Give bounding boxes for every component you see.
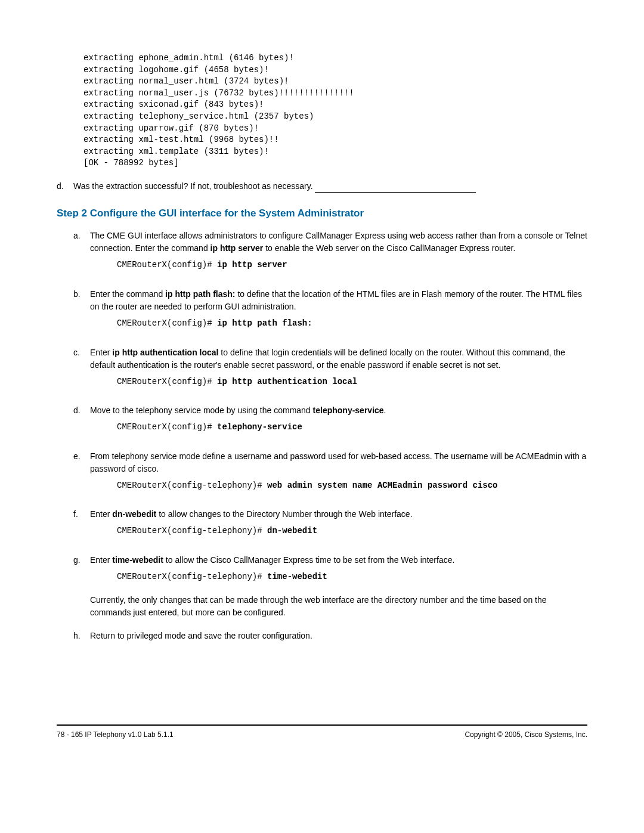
step2-h: h. Return to privileged mode and save th…: [73, 630, 587, 647]
step2-f: f. Enter dn-webedit to allow changes to …: [73, 508, 587, 548]
step2-g-code-prefix: CMERouterX(config-telephony)#: [117, 572, 267, 581]
step2-b-code-bold: ip http path flash:: [217, 318, 312, 328]
step2-f-content: Enter dn-webedit to allow changes to the…: [90, 508, 587, 548]
step2-a-bold1: ip http server: [210, 243, 264, 253]
extract-line-6: extracting uparrow.gif (870 bytes)!: [83, 123, 259, 133]
step2-c-code-prefix: CMERouterX(config)#: [117, 377, 217, 386]
step2-f-letter: f.: [73, 508, 90, 548]
extract-line-0: extracting ephone_admin.html (6146 bytes…: [83, 53, 294, 63]
footer-right: Copyright © 2005, Cisco Systems, Inc.: [465, 729, 587, 740]
step2-f-text1: Enter: [90, 509, 112, 519]
step2-g: g. Enter time-webedit to allow the Cisco…: [73, 554, 587, 624]
step2-heading: Step 2 Configure the GUI interface for t…: [57, 206, 587, 221]
step2-b: b. Enter the command ip http path flash:…: [73, 288, 587, 340]
step2-d-content: Move to the telephony service mode by us…: [90, 404, 587, 444]
step2-c-bold1: ip http authentication local: [112, 348, 218, 357]
step2-a-code-prefix: CMERouterX(config)#: [117, 260, 217, 270]
page-footer: 78 - 165 IP Telephony v1.0 Lab 5.1.1 Cop…: [57, 724, 587, 740]
step2-g-letter: g.: [73, 554, 90, 624]
step2-e: e. From telephony service mode define a …: [73, 450, 587, 503]
step2-b-text1: Enter the command: [90, 289, 165, 299]
step2-e-code-bold: web admin system name ACMEadmin password…: [267, 481, 497, 490]
step2-g-bold1: time-webedit: [112, 555, 163, 565]
step2-g-text2: to allow the Cisco CallManager Express t…: [163, 555, 454, 565]
step2-f-text2: to allow changes to the Directory Number…: [156, 509, 412, 519]
item-d1: d. Was the extraction successful? If not…: [57, 180, 587, 193]
extract-line-4: extracting sxiconad.gif (843 bytes)!: [83, 100, 264, 109]
answer-blank: [315, 192, 476, 193]
step2-c-text1: Enter: [90, 348, 112, 357]
item-d1-content: Was the extraction successful? If not, t…: [73, 180, 587, 193]
step2-c: c. Enter ip http authentication local to…: [73, 346, 587, 399]
extract-line-1: extracting logohome.gif (4658 bytes)!: [83, 65, 269, 75]
step2-d: d. Move to the telephony service mode by…: [73, 404, 587, 444]
step2-d-text1: Move to the telephony service mode by us…: [90, 405, 313, 415]
extract-line-8: extracting xml.template (3311 bytes)!: [83, 147, 269, 156]
item-d1-letter: d.: [57, 180, 73, 193]
step2-c-content: Enter ip http authentication local to de…: [90, 346, 587, 399]
step2-a-text2: to enable the Web server on the Cisco Ca…: [263, 243, 515, 253]
step2-g-text1: Enter: [90, 555, 112, 565]
step2-g-post: Currently, the only changes that can be …: [90, 594, 587, 619]
extract-line-3: extracting normal_user.js (76732 bytes)!…: [83, 88, 354, 98]
step2-g-content: Enter time-webedit to allow the Cisco Ca…: [90, 554, 587, 624]
step2-g-code-bold: time-webedit: [267, 572, 327, 581]
step2-a-letter: a.: [73, 230, 90, 282]
step2-f-bold1: dn-webedit: [112, 509, 156, 519]
step2-e-code-prefix: CMERouterX(config-telephony)#: [117, 481, 267, 490]
step2-h-letter: h.: [73, 630, 90, 647]
step2-e-text1: From telephony service mode define a use…: [90, 451, 586, 473]
step2-f-code-bold: dn-webedit: [267, 526, 317, 535]
step2-f-code-prefix: CMERouterX(config-telephony)#: [117, 526, 267, 535]
step2-d-code-prefix: CMERouterX(config)#: [117, 422, 217, 432]
extract-line-5: extracting telephony_service.html (2357 …: [83, 112, 314, 121]
step2-b-bold1: ip http path flash:: [165, 289, 235, 299]
extract-line-2: extracting normal_user.html (3724 bytes)…: [83, 76, 289, 86]
step2-a-code-bold: ip http server: [217, 260, 287, 270]
step2-a-content: The CME GUI interface allows administrat…: [90, 230, 587, 282]
step2-d-text2: .: [384, 405, 386, 415]
step2-c-code-bold: ip http authentication local: [217, 377, 357, 386]
extract-line-7: extracting xml-test.html (9968 bytes)!!: [83, 135, 279, 144]
step2-d-letter: d.: [73, 404, 90, 444]
step2-a: a. The CME GUI interface allows administ…: [73, 230, 587, 282]
extraction-output: extracting ephone_admin.html (6146 bytes…: [83, 52, 587, 169]
step2-h-text1: Return to privileged mode and save the r…: [90, 631, 312, 640]
step2-b-content: Enter the command ip http path flash: to…: [90, 288, 587, 340]
step2-c-letter: c.: [73, 346, 90, 399]
step2-d-code-bold: telephony-service: [217, 422, 302, 432]
step2-e-letter: e.: [73, 450, 90, 503]
footer-left: 78 - 165 IP Telephony v1.0 Lab 5.1.1: [57, 729, 174, 740]
extract-line-9: [OK - 788992 bytes]: [83, 158, 179, 168]
step2-b-letter: b.: [73, 288, 90, 340]
step2-e-content: From telephony service mode define a use…: [90, 450, 587, 503]
step2-d-bold1: telephony-service: [313, 405, 384, 415]
item-d1-text: Was the extraction successful? If not, t…: [73, 181, 315, 191]
step2-b-code-prefix: CMERouterX(config)#: [117, 318, 217, 328]
step2-h-content: Return to privileged mode and save the r…: [90, 630, 587, 647]
